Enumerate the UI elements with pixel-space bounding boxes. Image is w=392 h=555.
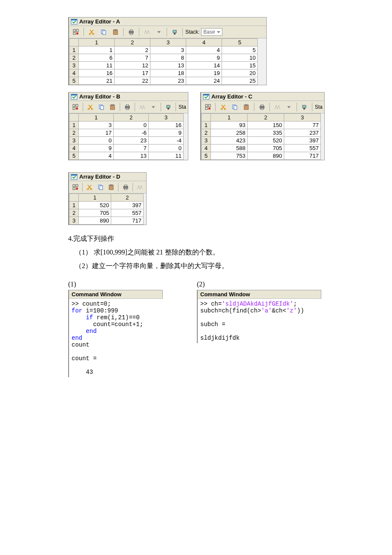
print-icon[interactable]: [121, 182, 130, 192]
cell[interactable]: 11: [79, 62, 115, 69]
cell[interactable]: 20: [222, 69, 258, 77]
cell[interactable]: 25: [222, 77, 258, 85]
cell[interactable]: 557: [284, 145, 321, 152]
ws-icon[interactable]: [138, 102, 147, 112]
col-header[interactable]: 2: [248, 114, 284, 121]
cell[interactable]: 8: [150, 54, 186, 62]
brush-icon[interactable]: [300, 102, 309, 112]
tile-icon[interactable]: [71, 182, 80, 192]
brush-icon[interactable]: [170, 27, 180, 37]
tile-icon[interactable]: [71, 27, 81, 37]
cell[interactable]: 93: [211, 121, 248, 129]
ws-icon[interactable]: [135, 182, 144, 192]
row-header[interactable]: 2: [202, 129, 211, 137]
cell[interactable]: 890: [248, 152, 284, 160]
row-header[interactable]: 2: [69, 54, 79, 62]
copy-icon[interactable]: [96, 182, 105, 192]
cell[interactable]: 21: [79, 77, 115, 85]
cell[interactable]: 7: [115, 54, 150, 62]
cut-icon[interactable]: [86, 27, 97, 37]
cell[interactable]: 9: [186, 54, 222, 62]
cell[interactable]: 705: [79, 209, 111, 217]
cell[interactable]: 18: [150, 69, 186, 77]
print-icon[interactable]: [123, 102, 132, 112]
cell[interactable]: -6: [114, 129, 149, 137]
cell[interactable]: 588: [211, 145, 248, 152]
cell[interactable]: 22: [115, 77, 150, 85]
cut-icon[interactable]: [85, 182, 94, 192]
col-header[interactable]: 4: [186, 39, 222, 46]
cell[interactable]: 520: [79, 202, 111, 209]
col-header[interactable]: 1: [79, 194, 111, 202]
cell[interactable]: 17: [115, 69, 150, 77]
cell[interactable]: 10: [222, 54, 258, 62]
cell[interactable]: 16: [149, 121, 184, 129]
cell[interactable]: 1: [79, 46, 115, 54]
cell[interactable]: 13: [150, 62, 186, 69]
cell[interactable]: 237: [284, 129, 321, 137]
col-header[interactable]: 3: [150, 39, 186, 46]
cell[interactable]: 0: [149, 145, 184, 152]
cell[interactable]: 150: [248, 121, 284, 129]
col-header[interactable]: 1: [79, 39, 115, 46]
row-header[interactable]: 3: [202, 137, 211, 145]
cell[interactable]: 423: [211, 137, 248, 145]
row-header[interactable]: 3: [69, 217, 79, 225]
cell[interactable]: 335: [248, 129, 284, 137]
row-header[interactable]: 5: [69, 77, 79, 85]
cell[interactable]: 11: [149, 152, 184, 160]
paste-icon[interactable]: [108, 102, 117, 112]
cell[interactable]: 557: [111, 209, 144, 217]
row-header[interactable]: 3: [69, 62, 79, 69]
cell[interactable]: 717: [284, 152, 321, 160]
row-header[interactable]: 4: [69, 69, 79, 77]
cut-icon[interactable]: [218, 102, 228, 112]
cell[interactable]: 3: [79, 121, 114, 129]
col-header[interactable]: 2: [115, 39, 150, 46]
row-header[interactable]: 4: [202, 145, 211, 152]
cell[interactable]: 258: [211, 129, 248, 137]
col-header[interactable]: 1: [79, 114, 114, 121]
paste-icon[interactable]: [107, 182, 115, 192]
cell[interactable]: 397: [284, 137, 321, 145]
cell[interactable]: 23: [114, 137, 149, 145]
cell[interactable]: 12: [115, 62, 150, 69]
dropdown-icon[interactable]: [154, 27, 164, 37]
col-header[interactable]: 2: [111, 194, 144, 202]
cell[interactable]: 13: [114, 152, 149, 160]
col-header[interactable]: 1: [211, 114, 248, 121]
cell[interactable]: 397: [111, 202, 144, 209]
cell[interactable]: 717: [111, 217, 144, 225]
row-header[interactable]: 5: [69, 152, 79, 160]
dropdown-icon[interactable]: [149, 102, 158, 112]
paste-icon[interactable]: [242, 102, 251, 112]
ws-icon[interactable]: [142, 27, 152, 37]
col-header[interactable]: 3: [284, 114, 321, 121]
copy-icon[interactable]: [230, 102, 240, 112]
row-header[interactable]: 1: [69, 202, 79, 209]
cell[interactable]: 7: [114, 145, 149, 152]
cell[interactable]: 24: [186, 77, 222, 85]
row-header[interactable]: 2: [69, 209, 79, 217]
col-header[interactable]: 3: [149, 114, 184, 121]
cell[interactable]: 15: [222, 62, 258, 69]
cell[interactable]: 14: [186, 62, 222, 69]
ws-icon[interactable]: [272, 102, 282, 112]
cell[interactable]: 0: [79, 137, 114, 145]
row-header[interactable]: 4: [69, 145, 79, 152]
cell[interactable]: 4: [186, 46, 222, 54]
cell[interactable]: 0: [114, 121, 149, 129]
brush-icon[interactable]: [164, 102, 173, 112]
cell[interactable]: 520: [248, 137, 284, 145]
cell[interactable]: 19: [186, 69, 222, 77]
copy-icon[interactable]: [98, 27, 109, 37]
cmd1-body[interactable]: >> count=0; for i=100:999 if rem(i,21)==…: [69, 299, 163, 377]
row-header[interactable]: 1: [202, 121, 211, 129]
cell[interactable]: 17: [79, 129, 114, 137]
cell[interactable]: 890: [79, 217, 111, 225]
stack-selector[interactable]: Base: [201, 28, 222, 36]
col-header[interactable]: 2: [114, 114, 149, 121]
cell[interactable]: 16: [79, 69, 115, 77]
print-icon[interactable]: [257, 102, 267, 112]
col-header[interactable]: 5: [222, 39, 258, 46]
